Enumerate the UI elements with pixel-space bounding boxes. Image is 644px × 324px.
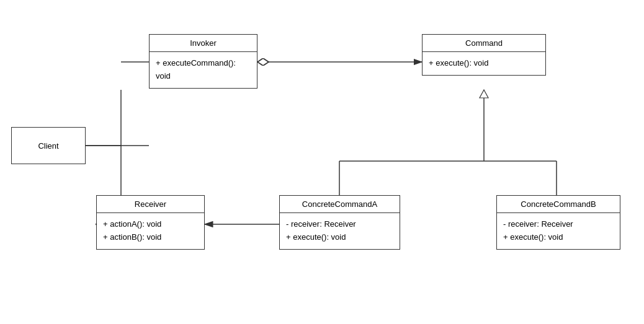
receiver-box: Receiver + actionA(): void + actionB(): … — [96, 195, 205, 250]
receiver-body: + actionA(): void + actionB(): void — [97, 213, 204, 249]
receiver-method-1: + actionA(): void — [103, 218, 198, 231]
concrete-command-a-method-2: + execute(): void — [286, 231, 393, 244]
receiver-title: Receiver — [97, 196, 204, 213]
command-title: Command — [423, 35, 545, 52]
concrete-command-a-method-1: - receiver: Receiver — [286, 218, 393, 231]
concrete-command-b-box: ConcreteCommandB - receiver: Receiver + … — [496, 195, 620, 250]
client-label: Client — [38, 141, 58, 151]
client-box: Client — [11, 127, 86, 164]
concrete-command-b-body: - receiver: Receiver + execute(): void — [497, 213, 620, 249]
receiver-method-2: + actionB(): void — [103, 231, 198, 244]
concrete-command-a-body: - receiver: Receiver + execute(): void — [280, 213, 400, 249]
diagram-arrows — [0, 0, 644, 324]
concrete-command-a-title: ConcreteCommandA — [280, 196, 400, 213]
concrete-command-b-title: ConcreteCommandB — [497, 196, 620, 213]
command-body: + execute(): void — [423, 52, 545, 75]
invoker-title: Invoker — [150, 35, 257, 52]
concrete-command-a-box: ConcreteCommandA - receiver: Receiver + … — [279, 195, 400, 250]
invoker-body: + executeCommand(): void — [150, 52, 257, 88]
concrete-command-b-method-2: + execute(): void — [503, 231, 614, 244]
invoker-method-1: + executeCommand(): void — [156, 57, 251, 83]
concrete-command-b-method-1: - receiver: Receiver — [503, 218, 614, 231]
diagram-container: Client Invoker + executeCommand(): void … — [0, 0, 644, 324]
svg-marker-14 — [480, 90, 488, 98]
command-box: Command + execute(): void — [422, 34, 546, 76]
invoker-box: Invoker + executeCommand(): void — [149, 34, 257, 89]
command-method-1: + execute(): void — [429, 57, 539, 70]
